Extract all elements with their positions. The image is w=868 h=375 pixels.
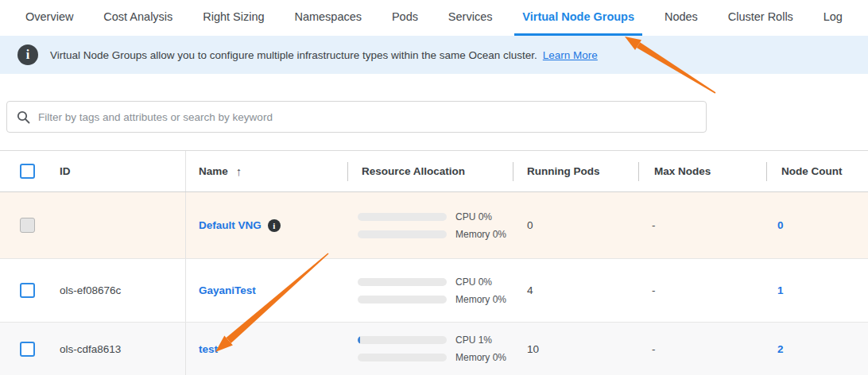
table-row-gayanitest[interactable]: ols-ef08676c GayaniTest CPU 0% Memory 0%… (0, 259, 868, 323)
memory-usage-bar (358, 296, 447, 303)
search-icon (17, 110, 30, 124)
tab-pods[interactable]: Pods (384, 0, 426, 36)
table-row-test[interactable]: ols-cdfa8613 test CPU 1% Memory 0% 10 - (0, 323, 868, 375)
running-pods-value: 10 (527, 343, 539, 355)
tab-log[interactable]: Log (816, 0, 851, 36)
node-count-link[interactable]: 0 (777, 219, 784, 231)
resource-allocation: CPU 1% Memory 0% (358, 334, 506, 363)
cpu-usage-bar (358, 336, 447, 344)
learn-more-link[interactable]: Learn More (543, 49, 598, 61)
table-row-default-vng[interactable]: Default VNG i CPU 0% Memory 0% 0 - 0 (0, 192, 868, 259)
row-checkbox-disabled (20, 218, 35, 233)
filter-search-box[interactable] (6, 101, 707, 133)
info-icon: i (17, 44, 38, 65)
node-count-link[interactable]: 2 (777, 343, 784, 355)
running-pods-value: 0 (527, 219, 533, 231)
banner-message: Virtual Node Groups allow you to configu… (50, 49, 537, 61)
tab-cost-analysis[interactable]: Cost Analysis (95, 0, 180, 36)
row-id: ols-ef08676c (60, 284, 121, 296)
memory-usage-label: Memory 0% (455, 294, 506, 305)
node-count-link[interactable]: 1 (777, 284, 784, 296)
cluster-tab-bar: Overview Cost Analysis Right Sizing Name… (0, 0, 868, 36)
default-vng-info-icon[interactable]: i (268, 219, 281, 232)
cpu-usage-label: CPU 0% (455, 211, 492, 222)
tab-virtual-node-groups[interactable]: Virtual Node Groups (514, 0, 642, 36)
row-id: ols-cdfa8613 (60, 343, 121, 355)
vng-table: ID Name ↑ Resource Allocation Running Po… (0, 150, 868, 375)
tab-namespaces[interactable]: Namespaces (286, 0, 370, 36)
max-nodes-value: - (652, 284, 656, 296)
tab-right-sizing[interactable]: Right Sizing (195, 0, 272, 36)
filter-search-input[interactable] (38, 111, 696, 123)
ocean-cluster-page: Overview Cost Analysis Right Sizing Name… (0, 0, 868, 375)
resource-allocation: CPU 0% Memory 0% (358, 276, 506, 305)
row-checkbox[interactable] (20, 342, 35, 357)
column-header-name[interactable]: Name ↑ (185, 151, 347, 191)
tab-services[interactable]: Services (440, 0, 501, 36)
row-name-link-test[interactable]: test (199, 343, 218, 355)
column-header-node-count[interactable]: Node Count (766, 151, 868, 191)
tab-cluster-rolls[interactable]: Cluster Rolls (720, 0, 801, 36)
column-header-running-pods[interactable]: Running Pods (513, 151, 638, 191)
memory-usage-label: Memory 0% (455, 229, 506, 240)
info-banner: i Virtual Node Groups allow you to confi… (0, 36, 868, 74)
row-name-link[interactable]: Default VNG (199, 219, 262, 231)
memory-usage-bar (358, 354, 447, 361)
cpu-usage-bar (358, 213, 447, 221)
resource-allocation: CPU 0% Memory 0% (358, 211, 506, 240)
tab-nodes[interactable]: Nodes (657, 0, 706, 36)
column-header-id[interactable]: ID (49, 151, 185, 191)
cpu-usage-label: CPU 0% (455, 276, 492, 288)
max-nodes-value: - (652, 219, 656, 231)
column-header-name-label: Name (199, 165, 228, 177)
column-header-resource-allocation[interactable]: Resource Allocation (347, 151, 513, 191)
column-header-max-nodes[interactable]: Max Nodes (638, 151, 766, 191)
running-pods-value: 4 (527, 284, 533, 296)
memory-usage-label: Memory 0% (455, 352, 506, 363)
tab-overview[interactable]: Overview (17, 0, 81, 36)
memory-usage-bar (358, 230, 447, 238)
cpu-usage-label: CPU 1% (455, 334, 492, 346)
row-checkbox[interactable] (20, 283, 35, 298)
table-header-row: ID Name ↑ Resource Allocation Running Po… (0, 151, 868, 192)
cpu-usage-bar (358, 278, 447, 286)
sort-asc-icon[interactable]: ↑ (236, 164, 242, 178)
select-all-checkbox[interactable] (20, 164, 35, 179)
max-nodes-value: - (652, 343, 656, 355)
row-name-link[interactable]: GayaniTest (199, 284, 256, 296)
